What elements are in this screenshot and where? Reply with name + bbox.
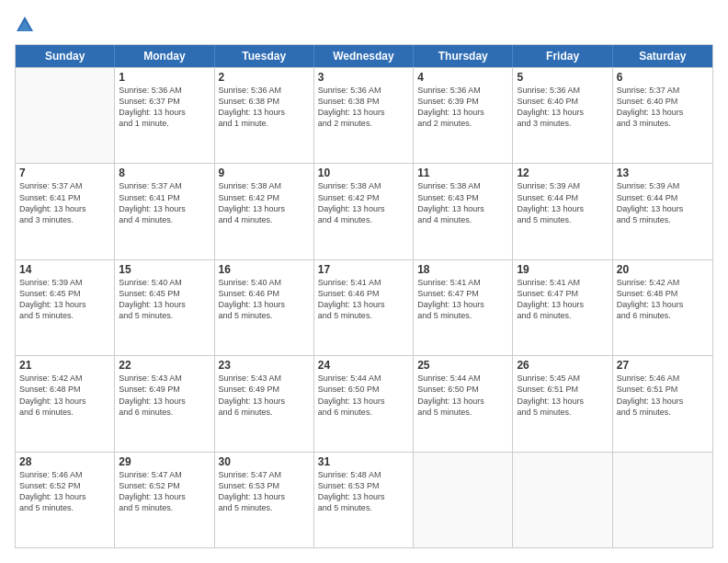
day-info: Sunrise: 5:43 AM Sunset: 6:49 PM Dayligh… [119,373,210,418]
day-number: 13 [617,167,709,179]
day-cell-12: 12Sunrise: 5:39 AM Sunset: 6:44 PM Dayli… [513,164,612,259]
day-number: 20 [617,263,709,276]
day-cell-4: 4Sunrise: 5:36 AM Sunset: 6:39 PM Daylig… [414,68,513,163]
day-info: Sunrise: 5:37 AM Sunset: 6:41 PM Dayligh… [19,180,110,225]
day-cell-20: 20Sunrise: 5:42 AM Sunset: 6:48 PM Dayli… [613,260,712,355]
day-number: 1 [119,71,210,84]
empty-cell [513,453,612,547]
day-number: 14 [19,263,110,276]
day-cell-27: 27Sunrise: 5:46 AM Sunset: 6:51 PM Dayli… [613,356,712,451]
weekday-header-thursday: Thursday [414,45,513,67]
calendar-header: SundayMondayTuesdayWednesdayThursdayFrid… [16,45,712,67]
day-cell-23: 23Sunrise: 5:43 AM Sunset: 6:49 PM Dayli… [215,356,314,451]
day-number: 27 [617,359,709,372]
day-info: Sunrise: 5:41 AM Sunset: 6:47 PM Dayligh… [417,277,508,322]
day-info: Sunrise: 5:47 AM Sunset: 6:53 PM Dayligh… [219,469,310,514]
day-cell-25: 25Sunrise: 5:44 AM Sunset: 6:50 PM Dayli… [414,356,513,451]
day-info: Sunrise: 5:36 AM Sunset: 6:40 PM Dayligh… [517,85,608,130]
day-cell-18: 18Sunrise: 5:41 AM Sunset: 6:47 PM Dayli… [414,260,513,355]
day-cell-16: 16Sunrise: 5:40 AM Sunset: 6:46 PM Dayli… [215,260,314,355]
weekday-header-monday: Monday [115,45,214,67]
weekday-header-friday: Friday [513,45,612,67]
day-number: 8 [119,167,210,179]
day-info: Sunrise: 5:44 AM Sunset: 6:50 PM Dayligh… [318,373,409,418]
week-row-0: 1Sunrise: 5:36 AM Sunset: 6:37 PM Daylig… [16,67,712,163]
day-number: 2 [219,71,310,84]
day-cell-26: 26Sunrise: 5:45 AM Sunset: 6:51 PM Dayli… [513,356,612,451]
day-info: Sunrise: 5:46 AM Sunset: 6:52 PM Dayligh… [19,469,110,514]
logo [15,15,40,35]
week-row-3: 21Sunrise: 5:42 AM Sunset: 6:48 PM Dayli… [16,355,712,451]
day-number: 7 [19,167,110,179]
day-cell-9: 9Sunrise: 5:38 AM Sunset: 6:42 PM Daylig… [215,164,314,259]
day-number: 18 [417,263,508,276]
day-info: Sunrise: 5:39 AM Sunset: 6:44 PM Dayligh… [617,180,709,225]
page: SundayMondayTuesdayWednesdayThursdayFrid… [0,0,728,563]
week-row-2: 14Sunrise: 5:39 AM Sunset: 6:45 PM Dayli… [16,259,712,355]
day-cell-22: 22Sunrise: 5:43 AM Sunset: 6:49 PM Dayli… [115,356,214,451]
day-info: Sunrise: 5:40 AM Sunset: 6:45 PM Dayligh… [119,277,210,322]
day-number: 22 [119,359,210,372]
day-number: 12 [517,167,608,179]
weekday-header-saturday: Saturday [613,45,712,67]
logo-text [15,15,40,35]
empty-cell [613,453,712,547]
day-number: 28 [19,455,110,468]
day-number: 9 [219,167,310,179]
day-number: 29 [119,455,210,468]
day-info: Sunrise: 5:36 AM Sunset: 6:39 PM Dayligh… [417,85,508,130]
day-cell-3: 3Sunrise: 5:36 AM Sunset: 6:38 PM Daylig… [314,68,414,163]
day-cell-2: 2Sunrise: 5:36 AM Sunset: 6:38 PM Daylig… [215,68,314,163]
weekday-header-wednesday: Wednesday [314,45,414,67]
day-info: Sunrise: 5:41 AM Sunset: 6:47 PM Dayligh… [517,277,608,322]
day-number: 30 [219,455,310,468]
day-cell-30: 30Sunrise: 5:47 AM Sunset: 6:53 PM Dayli… [215,453,314,547]
day-info: Sunrise: 5:36 AM Sunset: 6:37 PM Dayligh… [119,85,210,130]
day-cell-31: 31Sunrise: 5:48 AM Sunset: 6:53 PM Dayli… [314,453,414,547]
day-number: 10 [318,167,409,179]
day-cell-17: 17Sunrise: 5:41 AM Sunset: 6:46 PM Dayli… [314,260,414,355]
day-info: Sunrise: 5:36 AM Sunset: 6:38 PM Dayligh… [219,85,310,130]
day-number: 26 [517,359,608,372]
day-cell-8: 8Sunrise: 5:37 AM Sunset: 6:41 PM Daylig… [115,164,214,259]
day-cell-24: 24Sunrise: 5:44 AM Sunset: 6:50 PM Dayli… [314,356,414,451]
day-number: 6 [617,71,709,84]
day-info: Sunrise: 5:39 AM Sunset: 6:45 PM Dayligh… [19,277,110,322]
day-cell-29: 29Sunrise: 5:47 AM Sunset: 6:52 PM Dayli… [115,453,214,547]
empty-cell [16,68,115,163]
day-info: Sunrise: 5:36 AM Sunset: 6:38 PM Dayligh… [318,85,409,130]
day-number: 17 [318,263,409,276]
day-info: Sunrise: 5:47 AM Sunset: 6:52 PM Dayligh… [119,469,210,514]
day-number: 16 [219,263,310,276]
day-info: Sunrise: 5:41 AM Sunset: 6:46 PM Dayligh… [318,277,409,322]
day-cell-13: 13Sunrise: 5:39 AM Sunset: 6:44 PM Dayli… [613,164,712,259]
weekday-header-tuesday: Tuesday [215,45,314,67]
day-cell-19: 19Sunrise: 5:41 AM Sunset: 6:47 PM Dayli… [513,260,612,355]
day-info: Sunrise: 5:39 AM Sunset: 6:44 PM Dayligh… [517,180,608,225]
day-number: 19 [517,263,608,276]
day-cell-21: 21Sunrise: 5:42 AM Sunset: 6:48 PM Dayli… [16,356,115,451]
day-number: 23 [219,359,310,372]
day-info: Sunrise: 5:37 AM Sunset: 6:41 PM Dayligh… [119,180,210,225]
day-info: Sunrise: 5:42 AM Sunset: 6:48 PM Dayligh… [19,373,110,418]
day-cell-1: 1Sunrise: 5:36 AM Sunset: 6:37 PM Daylig… [115,68,214,163]
day-number: 3 [318,71,409,84]
day-number: 21 [19,359,110,372]
day-info: Sunrise: 5:40 AM Sunset: 6:46 PM Dayligh… [219,277,310,322]
day-info: Sunrise: 5:48 AM Sunset: 6:53 PM Dayligh… [318,469,409,514]
day-info: Sunrise: 5:38 AM Sunset: 6:42 PM Dayligh… [219,180,310,225]
day-number: 5 [517,71,608,84]
day-cell-5: 5Sunrise: 5:36 AM Sunset: 6:40 PM Daylig… [513,68,612,163]
day-info: Sunrise: 5:44 AM Sunset: 6:50 PM Dayligh… [417,373,508,418]
day-number: 24 [318,359,409,372]
day-number: 25 [417,359,508,372]
calendar-body: 1Sunrise: 5:36 AM Sunset: 6:37 PM Daylig… [16,67,712,547]
day-cell-6: 6Sunrise: 5:37 AM Sunset: 6:40 PM Daylig… [613,68,712,163]
week-row-4: 28Sunrise: 5:46 AM Sunset: 6:52 PM Dayli… [16,452,712,547]
day-info: Sunrise: 5:38 AM Sunset: 6:43 PM Dayligh… [417,180,508,225]
day-cell-11: 11Sunrise: 5:38 AM Sunset: 6:43 PM Dayli… [414,164,513,259]
day-number: 11 [417,167,508,179]
day-cell-14: 14Sunrise: 5:39 AM Sunset: 6:45 PM Dayli… [16,260,115,355]
empty-cell [414,453,513,547]
day-number: 4 [417,71,508,84]
